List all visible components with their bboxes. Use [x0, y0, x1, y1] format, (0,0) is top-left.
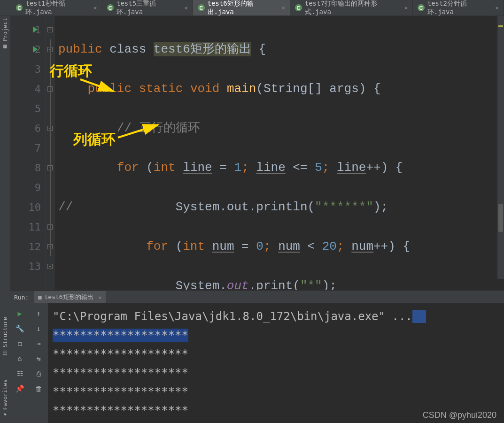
- tab-test7[interactable]: C test7打印输出的两种形式.java ×: [290, 0, 413, 15]
- scroll-marker: [498, 25, 503, 27]
- scroll-button[interactable]: ⇆: [29, 351, 48, 366]
- run-label: Run:: [14, 294, 29, 301]
- java-icon: C: [418, 4, 424, 11]
- watermark: CSDN @pyhui2020: [423, 410, 496, 420]
- tab-test2[interactable]: C test2分针循环.java ×: [413, 0, 504, 15]
- run-output[interactable]: "C:\Program Files\Java\jdk1.8.0_172\bin\…: [48, 303, 504, 423]
- run-tab-label: test6矩形的输出: [45, 293, 93, 301]
- tab-label: test5三重循环.java: [116, 0, 179, 16]
- line-number[interactable]: 3: [10, 59, 46, 79]
- run-header: Run: ▦ test6矩形的输出 ×: [10, 291, 504, 303]
- fold-gutter: − − − − − − − −: [46, 16, 54, 290]
- code-area[interactable]: public class test6矩形的输出 { public static …: [54, 16, 504, 290]
- structure-tool[interactable]: ☷ Structure: [2, 317, 8, 356]
- fold-icon[interactable]: −: [47, 264, 53, 269]
- wrap-button[interactable]: ⇥: [29, 336, 48, 351]
- debug-button[interactable]: ⌂: [10, 351, 29, 366]
- editor-tabs: C test1秒针循环.java × C test5三重循环.java × C …: [0, 0, 504, 16]
- line-number[interactable]: 12: [10, 237, 46, 256]
- tab-test1[interactable]: C test1秒针循环.java ×: [11, 0, 102, 15]
- line-gutter: 1 2 3 4 5 6 7 8 9 10 11 12 13: [10, 16, 46, 290]
- project-tool[interactable]: ▦ Project: [2, 18, 8, 50]
- run-gutter-icon[interactable]: [33, 26, 38, 33]
- line-number[interactable]: 5: [10, 99, 46, 118]
- annotation-row-loop: 行循环: [50, 61, 92, 81]
- java-icon: C: [295, 4, 302, 11]
- print-button[interactable]: ⎙: [29, 366, 48, 381]
- java-icon: C: [107, 4, 114, 11]
- tab-test5[interactable]: C test5三重循环.java ×: [102, 0, 194, 15]
- run-config-icon: ▦: [38, 294, 41, 300]
- project-icon: ▦: [2, 44, 8, 50]
- line-number[interactable]: 13: [10, 256, 46, 276]
- tab-test6[interactable]: C test6矩形的输出.java ×: [193, 0, 290, 15]
- tab-label: test1秒针循环.java: [25, 0, 88, 16]
- close-icon[interactable]: ×: [93, 4, 97, 11]
- tab-label: test2分针循环.java: [427, 0, 490, 16]
- close-icon[interactable]: ×: [404, 4, 408, 11]
- left-sidebar: ▦ Project ☷ Structure ★ Favorites: [0, 16, 10, 423]
- line-number[interactable]: 2: [10, 39, 46, 59]
- line-number[interactable]: 7: [10, 138, 46, 158]
- line-number[interactable]: 10: [10, 197, 46, 217]
- down-button[interactable]: ↓: [29, 321, 48, 336]
- tab-label: test7打印输出的两种形式.java: [305, 0, 400, 16]
- delete-button[interactable]: 🗑: [29, 381, 48, 396]
- line-number[interactable]: 8: [10, 158, 46, 177]
- close-icon[interactable]: ×: [98, 294, 102, 301]
- layout-button[interactable]: ☷: [10, 366, 29, 381]
- line-number[interactable]: 1: [10, 20, 46, 39]
- fold-icon[interactable]: −: [47, 27, 53, 32]
- favorites-tool[interactable]: ★ Favorites: [2, 379, 8, 418]
- line-number[interactable]: 9: [10, 177, 46, 197]
- editor-scrollbar[interactable]: [497, 16, 504, 279]
- up-button[interactable]: ↑: [29, 306, 48, 321]
- editor: 1 2 3 4 5 6 7 8 9 10 11 12 13 − − − − − …: [10, 16, 504, 290]
- java-icon: C: [16, 4, 23, 11]
- run-toolbar: ▶ ↑ 🔧 ↓ ◻ ⇥ ⌂ ⇆ ☷ ⎙ 📌 🗑: [10, 303, 48, 423]
- rerun-button[interactable]: ▶: [10, 306, 29, 321]
- structure-icon: ☷: [2, 349, 8, 356]
- close-icon[interactable]: ×: [495, 4, 499, 11]
- wrench-button[interactable]: 🔧: [10, 321, 29, 336]
- star-icon: ★: [2, 412, 8, 418]
- run-gutter-icon[interactable]: [33, 46, 38, 53]
- line-number[interactable]: 11: [10, 217, 46, 237]
- close-icon[interactable]: ×: [184, 4, 188, 11]
- run-tab[interactable]: ▦ test6矩形的输出 ×: [34, 291, 105, 303]
- line-number[interactable]: 4: [10, 79, 46, 99]
- java-icon: C: [198, 4, 204, 11]
- run-panel: Run: ▦ test6矩形的输出 × ▶ ↑ 🔧 ↓ ◻ ⇥ ⌂ ⇆ ☷ ⎙ …: [10, 290, 504, 423]
- line-number[interactable]: 6: [10, 118, 46, 138]
- scrollbar-thumb[interactable]: [498, 204, 503, 232]
- close-icon[interactable]: ×: [282, 4, 286, 11]
- stop-button[interactable]: ◻: [10, 336, 29, 351]
- tab-label: test6矩形的输出.java: [208, 0, 277, 16]
- pin-button[interactable]: 📌: [10, 381, 29, 396]
